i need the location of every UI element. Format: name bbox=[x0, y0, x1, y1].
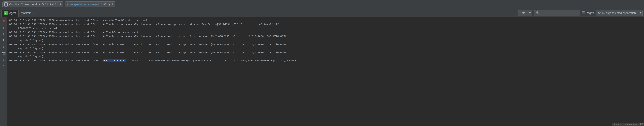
right-controls: Info ▼ 🔍 ✓ Regex Show only selected appl… bbox=[518, 10, 642, 16]
logcat-icon: L bbox=[4, 11, 8, 15]
app-dropdown-arrow: ▼ bbox=[112, 3, 113, 6]
status-url: http://blog.csdn.net/eandroid/ bbox=[613, 123, 642, 126]
log-line: 03-06 10:32:01.455 17006-17006/com.spark… bbox=[9, 51, 642, 55]
monitor-icon[interactable]: ⊞ bbox=[1, 44, 6, 50]
log-line: 03-06 10:32:01.380 17006-17006/com.spark… bbox=[9, 43, 642, 47]
log-line: 03-06 10:32:01.456 17006-17006/com.spark… bbox=[9, 59, 642, 63]
log-line: app:id/rl_layout} bbox=[9, 47, 642, 51]
show-selected-arrow: ▼ bbox=[638, 10, 642, 16]
regex-checkmark: ✓ bbox=[582, 12, 584, 14]
screenshot-icon[interactable]: 📷 bbox=[1, 51, 6, 56]
log-text: 03-06 10:32:01.455 17006-17006/com.spark… bbox=[9, 51, 286, 54]
log-line: 03-06 10:32:01.340 17006-17006/com.spark… bbox=[9, 23, 642, 27]
log-text: 03-06 10:32:01.340 17006-17006/com.spark… bbox=[9, 23, 279, 26]
clear-icon[interactable]: 🗑 bbox=[1, 18, 6, 24]
info-dropdown-arrow: ▼ bbox=[528, 10, 532, 16]
log-line: 03-06 10:32:01.341 17006-17006/com.spark… bbox=[9, 35, 642, 39]
up-icon[interactable]: ↑ bbox=[1, 25, 6, 30]
log-line: 03-06 10:32:01.341 17006-17006/com.spark… bbox=[9, 31, 642, 35]
log-line: app:id/rl_layout} bbox=[9, 39, 642, 43]
monitors-arrow: ▸ bbox=[32, 12, 34, 15]
log-text: app:id/rl_layout} bbox=[18, 55, 44, 58]
help-icon[interactable]: ? bbox=[1, 38, 6, 43]
info-dropdown[interactable]: Info ▼ bbox=[518, 10, 532, 16]
regex-label-text: Regex bbox=[586, 12, 594, 15]
top-bar: Vivo Vivo X5Pro V Android 5.0.2, API 21 … bbox=[0, 0, 644, 9]
app-label: com.sparkhuu.testevent (17006) bbox=[67, 3, 110, 6]
sidebar: 🗑 ↑ ↓ ? ⊞ 📷 ↺ ⚙ bbox=[0, 18, 7, 126]
regex-checkbox-label[interactable]: ✓ Regex bbox=[582, 12, 594, 15]
onclick-highlight: OnClickListener bbox=[103, 59, 126, 62]
monitors-tab[interactable]: Monitors ▸ bbox=[18, 10, 36, 17]
log-line: #7f0b0057 app:id/btn_view} bbox=[9, 27, 642, 31]
log-text-prefix: 03-06 10:32:01.456 17006-17006/com.spark… bbox=[9, 59, 103, 62]
log-text: app:id/rl_layout} bbox=[18, 47, 44, 50]
log-text: 03-06 10:32:01.341 17006-17006/com.spark… bbox=[9, 31, 138, 34]
regex-checkbox[interactable]: ✓ bbox=[582, 12, 585, 15]
refresh-icon[interactable]: ↺ bbox=[1, 57, 6, 63]
log-line: app:id/rl_layout} bbox=[9, 55, 642, 59]
phone-icon bbox=[4, 2, 8, 7]
log-line: 03-06 10:32:01.340 17006-17006/com.spark… bbox=[9, 18, 642, 23]
search-icon: 🔍 bbox=[536, 11, 540, 15]
settings-icon[interactable]: ⚙ bbox=[1, 63, 6, 69]
logcat-tab[interactable]: L logcat bbox=[2, 10, 18, 17]
app-selector[interactable]: com.sparkhuu.testevent (17006) ▼ bbox=[65, 2, 115, 7]
log-text: app:id/rl_layout} bbox=[18, 39, 44, 42]
log-text-suffix: ----onClick----android.widget.RelativeLa… bbox=[126, 59, 296, 62]
search-input[interactable] bbox=[541, 12, 578, 15]
status-bar: http://blog.csdn.net/eandroid/ bbox=[612, 123, 644, 126]
show-selected-text: Show only selected application bbox=[596, 12, 638, 15]
monitors-label: Monitors bbox=[21, 12, 32, 15]
main-area: 🗑 ↑ ↓ ? ⊞ 📷 ↺ ⚙ 03-06 10:32:01.340 17006… bbox=[0, 18, 644, 126]
device-selector[interactable]: Vivo Vivo X5Pro V Android 5.0.2, API 21 … bbox=[2, 2, 63, 7]
search-box[interactable]: 🔍 bbox=[534, 10, 580, 16]
app-pid: (17006) bbox=[100, 3, 110, 6]
second-bar: L logcat Monitors ▸ Info ▼ 🔍 ✓ Regex Sho… bbox=[0, 9, 644, 18]
info-text: Info bbox=[518, 12, 528, 15]
log-text: #7f0b0057 app:id/btn_view} bbox=[18, 27, 58, 30]
log-text: 03-06 10:32:01.341 17006-17006/com.spark… bbox=[9, 35, 286, 38]
device-dropdown-arrow: ▼ bbox=[60, 3, 61, 6]
down-icon[interactable]: ↓ bbox=[1, 31, 6, 37]
show-selected-button[interactable]: Show only selected application ▼ bbox=[596, 10, 642, 16]
log-content[interactable]: 03-06 10:32:01.340 17006-17006/com.spark… bbox=[7, 18, 644, 126]
log-text: 03-06 10:32:01.340 17006-17006/com.spark… bbox=[9, 19, 147, 22]
device-label: Vivo Vivo X5Pro V Android 5.0.2, API 21 bbox=[9, 3, 58, 6]
log-text: 03-06 10:32:01.380 17006-17006/com.spark… bbox=[9, 43, 286, 46]
app-name: com.sparkhuu.testevent bbox=[67, 3, 99, 6]
logcat-tab-label: logcat bbox=[9, 12, 16, 15]
